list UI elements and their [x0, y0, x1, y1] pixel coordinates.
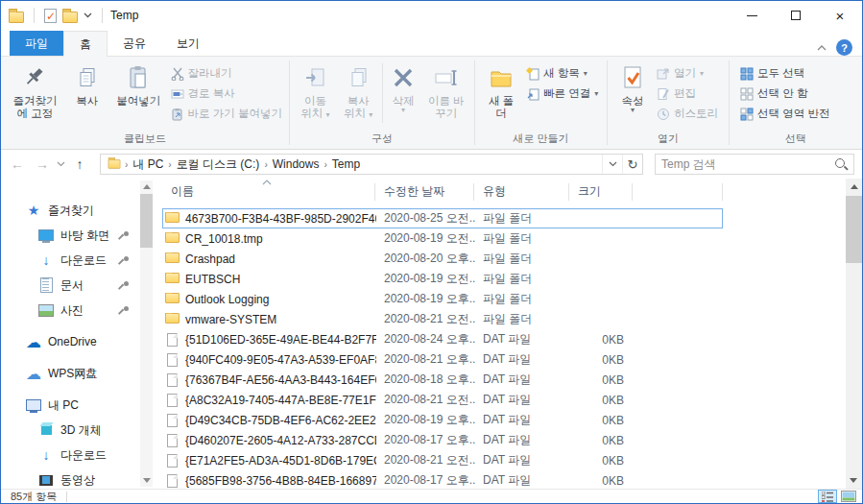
date-modified: 2020-08-19 오후... — [376, 412, 475, 428]
rename-button[interactable]: 이름 바꾸기 — [421, 60, 470, 123]
copy-path-button[interactable]: 경로 복사 — [168, 84, 285, 104]
close-button[interactable]: × — [818, 1, 862, 30]
file-size: 0KB — [570, 353, 634, 367]
sidebar-item[interactable]: OneDrive — [1, 329, 155, 354]
file-row[interactable]: vmware-SYSTEM2020-08-21 오전...파일 폴더 — [162, 309, 723, 329]
file-row[interactable]: Crashpad2020-08-20 오후...파일 폴더 — [162, 249, 723, 269]
help-button[interactable]: ? — [836, 39, 852, 56]
sidebar-item[interactable]: 3D 개체 — [1, 418, 155, 443]
column-header-date[interactable]: 수정한 날짜 — [375, 183, 474, 201]
breadcrumb-segment[interactable]: 내 PC — [129, 156, 167, 173]
properties-qat-icon[interactable] — [44, 9, 57, 23]
edit-button[interactable]: 편집 — [654, 84, 721, 104]
move-to-button[interactable]: 이동 위치 ▾ — [294, 60, 337, 123]
sidebar-item[interactable]: 다운로드 — [1, 443, 155, 468]
new-folder-button[interactable]: 새 폴더 — [479, 60, 523, 123]
sidebar-scrollbar[interactable] — [140, 180, 153, 487]
sidebar-item[interactable]: 문서 — [1, 273, 155, 298]
file-row[interactable]: {D49C34CB-75DB-4EF6-AC62-2EE2228...2020-… — [162, 410, 723, 430]
search-input[interactable] — [656, 157, 834, 171]
navigation-pane: 즐겨찾기바탕 화면다운로드문서사진OneDriveWPS网盘내 PC3D 개체다… — [1, 179, 155, 489]
file-size: 0KB — [570, 333, 634, 347]
qat-customize-dropdown-icon[interactable] — [84, 12, 92, 18]
copy-to-button[interactable]: 복사 위치 ▾ — [337, 60, 380, 123]
recent-locations-dropdown-icon[interactable] — [57, 161, 65, 167]
date-modified: 2020-08-21 오전... — [376, 392, 475, 408]
file-row[interactable]: {51D106ED-365E-49AE-BE44-B2F7F17...2020-… — [162, 329, 723, 349]
column-header-size[interactable]: 크기 — [569, 183, 633, 201]
collapse-ribbon-icon[interactable] — [817, 45, 827, 51]
delete-button[interactable]: 삭제 ▾ — [385, 60, 422, 116]
column-header-name[interactable]: 이름 — [162, 183, 375, 201]
search-box — [655, 154, 854, 175]
tab-file[interactable]: 파일 — [10, 31, 63, 56]
scroll-thumb[interactable] — [846, 196, 862, 263]
file-row[interactable]: {940FC409-9E05-47A3-A539-EF0AF82...2020-… — [162, 349, 723, 370]
ribbon-group-select: 모두 선택 선택 안 함 선택 영역 반전 — [730, 57, 862, 149]
group-label-select: 선택 — [730, 132, 862, 149]
properties-button[interactable]: 속성 ▾ — [611, 60, 654, 116]
sidebar-item[interactable]: 내 PC — [1, 393, 155, 418]
status-bar: 85개 항목 — [1, 489, 862, 503]
copy-button[interactable]: 복사 — [65, 60, 109, 110]
file-row[interactable]: Outlook Logging2020-08-19 오후...파일 폴더 — [162, 289, 723, 309]
forward-button[interactable]: → — [32, 156, 53, 172]
address-dropdown-icon[interactable] — [602, 155, 622, 174]
file-row[interactable]: 4673B700-F3B4-43BF-985D-2902F40E...2020-… — [162, 208, 723, 228]
invert-selection-button[interactable]: 선택 영역 반전 — [737, 104, 832, 124]
sidebar-item[interactable]: 다운로드 — [1, 248, 155, 273]
file-type: DAT 파일 — [475, 351, 570, 368]
file-size: 0KB — [570, 414, 634, 427]
sidebar-item[interactable]: 즐겨찾기 — [1, 198, 155, 223]
scroll-down-icon[interactable] — [850, 478, 857, 483]
select-none-button[interactable]: 선택 안 함 — [737, 84, 832, 104]
tab-view[interactable]: 보기 — [161, 31, 215, 56]
search-icon[interactable] — [834, 157, 848, 171]
paste-button[interactable]: 붙여넣기 — [109, 60, 168, 110]
quick-access-toolbar — [1, 8, 107, 23]
sidebar-item-label: 동영상 — [60, 472, 95, 489]
tab-share[interactable]: 공유 — [108, 31, 161, 56]
file-row[interactable]: {A8C32A19-7405-447A-BE8E-77E1F8B...2020-… — [162, 390, 723, 410]
scroll-down-icon[interactable] — [143, 478, 151, 483]
breadcrumb-segment[interactable]: 로컬 디스크 (C:) — [173, 156, 264, 173]
paste-shortcut-button[interactable]: 바로 가기 붙여넣기 — [168, 104, 285, 124]
cut-button[interactable]: 잘라내기 — [168, 63, 285, 84]
file-row[interactable]: {D460207E-2605-4A12-A733-287CCD...2020-0… — [162, 430, 723, 450]
breadcrumb[interactable]: › 내 PC › 로컬 디스크 (C:) › Windows › Temp ↻ — [100, 154, 643, 175]
easy-access-button[interactable]: 빠른 연결 ▾ — [523, 84, 601, 104]
file-row[interactable]: CR_10018.tmp2020-08-19 오전...파일 폴더 — [162, 228, 723, 249]
file-name: EUTBSCH — [185, 273, 240, 286]
open-button[interactable]: 열기 ▾ — [654, 63, 721, 84]
sidebar-scroll-thumb[interactable] — [140, 194, 153, 248]
select-all-button[interactable]: 모두 선택 — [737, 63, 832, 84]
refresh-icon[interactable]: ↻ — [622, 155, 642, 174]
up-button[interactable]: ↑ — [69, 156, 90, 172]
sidebar-item[interactable]: 바탕 화면 — [1, 223, 155, 248]
folder-icon — [108, 159, 121, 169]
scroll-up-icon[interactable] — [143, 184, 151, 189]
sidebar-item[interactable]: 동영상 — [1, 468, 155, 489]
history-button[interactable]: 히스토리 — [654, 104, 721, 124]
details-view-button[interactable] — [818, 490, 837, 503]
vertical-scrollbar[interactable] — [846, 179, 862, 489]
file-type: 파일 폴더 — [475, 210, 570, 227]
sidebar-item[interactable]: WPS网盘 — [1, 361, 155, 386]
breadcrumb-segment[interactable]: Temp — [328, 157, 364, 171]
file-row[interactable]: {76367B4F-AE56-4AA3-B443-164EF0A...2020-… — [162, 370, 723, 390]
breadcrumb-segment[interactable]: Windows — [269, 157, 324, 171]
file-row[interactable]: EUTBSCH2020-08-19 오전...파일 폴더 — [162, 269, 723, 289]
large-icons-view-button[interactable] — [839, 490, 858, 503]
new-folder-qat-icon[interactable] — [62, 12, 78, 23]
back-button[interactable]: ← — [7, 156, 28, 172]
sidebar-item[interactable]: 사진 — [1, 298, 155, 323]
pin-to-quick-access-button[interactable]: 즐겨찾기에 고정 — [5, 60, 65, 123]
file-row[interactable]: {5685FB98-3756-4B8B-84EB-166897...2020-0… — [162, 470, 723, 489]
tab-home[interactable]: 홈 — [63, 31, 108, 57]
new-item-button[interactable]: 새 항목 ▾ — [523, 63, 601, 84]
minimize-button[interactable] — [730, 1, 774, 30]
scroll-up-icon[interactable] — [851, 184, 858, 189]
maximize-button[interactable] — [774, 1, 818, 30]
file-row[interactable]: {E71A2FE5-AD3A-45D1-8D6B-179ECF...2020-0… — [162, 450, 723, 470]
column-header-type[interactable]: 유형 — [474, 183, 569, 201]
